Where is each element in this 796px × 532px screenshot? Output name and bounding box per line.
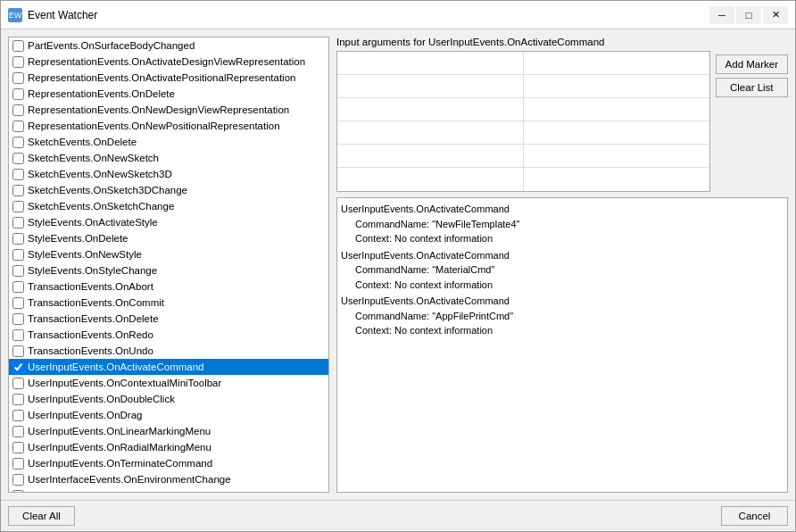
args-section: Input arguments for UserInputEvents.OnAc… xyxy=(336,37,710,192)
list-item-checkbox[interactable] xyxy=(12,297,24,309)
list-item-checkbox[interactable] xyxy=(12,137,24,148)
list-item[interactable]: StyleEvents.OnStyleChange xyxy=(9,262,328,278)
event-list-box[interactable]: PartEvents.OnSurfaceBodyChangedRepresent… xyxy=(9,37,328,492)
list-item[interactable]: StyleEvents.OnNewStyle xyxy=(9,246,328,262)
list-item-checkbox[interactable] xyxy=(12,410,24,421)
list-item[interactable]: UserInterfaceEvents.OnResetEnvironments xyxy=(9,487,328,492)
args-row xyxy=(337,168,709,191)
args-row xyxy=(337,52,709,75)
list-item-checkbox[interactable] xyxy=(12,88,24,100)
list-item[interactable]: UserInputEvents.OnRadialMarkingMenu xyxy=(9,439,328,455)
log-entry-sub: CommandName: "AppFilePrintCmd" xyxy=(341,309,784,324)
list-item-checkbox[interactable] xyxy=(12,378,24,389)
title-bar-left: EW Event Watcher xyxy=(8,8,97,22)
main-window: EW Event Watcher ─ □ ✕ PartEvents.OnSurf… xyxy=(0,0,796,532)
list-item[interactable]: RepresentationEvents.OnNewPositionalRepr… xyxy=(9,118,328,134)
args-row xyxy=(337,75,709,98)
list-item-checkbox[interactable] xyxy=(12,265,24,277)
event-list-panel: PartEvents.OnSurfaceBodyChangedRepresent… xyxy=(8,37,329,493)
list-item-checkbox[interactable] xyxy=(12,329,24,341)
log-entry: UserInputEvents.OnActivateCommand Comman… xyxy=(341,202,784,246)
list-item[interactable]: RepresentationEvents.OnDelete xyxy=(9,86,328,102)
list-item-checkbox[interactable] xyxy=(12,72,24,84)
list-item-checkbox[interactable] xyxy=(12,185,24,196)
list-item[interactable]: PartEvents.OnSurfaceBodyChanged xyxy=(9,37,328,54)
list-item[interactable]: UserInputEvents.OnDrag xyxy=(9,407,328,423)
list-item[interactable]: SketchEvents.OnDelete xyxy=(9,134,328,150)
list-item[interactable]: UserInputEvents.OnLinearMarkingMenu xyxy=(9,423,328,439)
list-item-label: RepresentationEvents.OnNewDesignViewRepr… xyxy=(28,104,289,115)
list-item-checkbox[interactable] xyxy=(12,490,24,493)
bottom-bar: Clear All Cancel xyxy=(1,500,795,531)
close-button[interactable]: ✕ xyxy=(763,6,788,24)
list-item-checkbox[interactable] xyxy=(12,313,24,325)
list-item[interactable]: UserInputEvents.OnTerminateCommand xyxy=(9,455,328,471)
list-item[interactable]: RepresentationEvents.OnActivateDesignVie… xyxy=(9,54,328,70)
list-item-checkbox[interactable] xyxy=(12,169,24,180)
list-item-checkbox[interactable] xyxy=(12,442,24,453)
list-item-checkbox[interactable] xyxy=(12,281,24,293)
list-item-label: RepresentationEvents.OnActivatePositiona… xyxy=(28,72,295,83)
log-entry-sub: CommandName: "NewFileTemplate4" xyxy=(341,217,784,232)
log-entry-sub: Context: No context information xyxy=(341,278,784,293)
list-item[interactable]: TransactionEvents.OnCommit xyxy=(9,295,328,311)
add-marker-button[interactable]: Add Marker xyxy=(716,54,788,74)
list-item[interactable]: RepresentationEvents.OnNewDesignViewRepr… xyxy=(9,102,328,118)
list-item-label: StyleEvents.OnStyleChange xyxy=(28,265,157,276)
list-item[interactable]: TransactionEvents.OnAbort xyxy=(9,278,328,295)
list-item-checkbox[interactable] xyxy=(12,104,24,116)
list-item[interactable]: UserInputEvents.OnActivateCommand xyxy=(9,359,328,375)
list-item[interactable]: UserInputEvents.OnDoubleClick xyxy=(9,391,328,407)
list-item[interactable]: SketchEvents.OnSketch3DChange xyxy=(9,182,328,198)
list-item-checkbox[interactable] xyxy=(12,201,24,212)
list-item-checkbox[interactable] xyxy=(12,426,24,437)
list-item[interactable]: StyleEvents.OnActivateStyle xyxy=(9,214,328,230)
list-item[interactable]: UserInputEvents.OnContextualMiniToolbar xyxy=(9,375,328,391)
list-item[interactable]: RepresentationEvents.OnActivatePositiona… xyxy=(9,70,328,86)
clear-list-button[interactable]: Clear List xyxy=(716,78,788,97)
args-cell xyxy=(337,168,524,191)
log-entry-sub: Context: No context information xyxy=(341,323,784,338)
list-item[interactable]: SketchEvents.OnNewSketch3D xyxy=(9,166,328,182)
list-item-checkbox[interactable] xyxy=(12,474,24,486)
button-group: Add Marker Clear List xyxy=(716,37,788,192)
list-item-checkbox[interactable] xyxy=(12,40,24,52)
list-item-label: UserInterfaceEvents.OnEnvironmentChange xyxy=(28,474,231,485)
list-item[interactable]: SketchEvents.OnNewSketch xyxy=(9,150,328,166)
list-item-checkbox[interactable] xyxy=(12,458,24,470)
list-item-checkbox[interactable] xyxy=(12,217,24,229)
list-item-label: SketchEvents.OnNewSketch xyxy=(28,153,159,163)
args-cell xyxy=(524,75,709,97)
list-item-label: StyleEvents.OnDelete xyxy=(28,233,129,244)
list-item[interactable]: StyleEvents.OnDelete xyxy=(9,230,328,246)
args-cell xyxy=(524,168,709,191)
list-item-checkbox[interactable] xyxy=(12,56,24,68)
list-item[interactable]: UserInterfaceEvents.OnEnvironmentChange xyxy=(9,471,328,487)
args-cell xyxy=(337,52,524,74)
list-item-checkbox[interactable] xyxy=(12,233,24,245)
list-item-checkbox[interactable] xyxy=(12,121,24,132)
list-item-label: TransactionEvents.OnRedo xyxy=(28,329,153,340)
list-item[interactable]: TransactionEvents.OnDelete xyxy=(9,311,328,327)
args-cell xyxy=(524,98,709,121)
list-item-label: UserInputEvents.OnDoubleClick xyxy=(28,394,175,404)
list-item-checkbox[interactable] xyxy=(12,362,24,373)
list-item-label: SketchEvents.OnSketch3DChange xyxy=(28,185,187,195)
log-entry-sub: Context: No context information xyxy=(341,231,784,246)
args-cell xyxy=(337,145,524,167)
list-item-label: UserInputEvents.OnTerminateCommand xyxy=(28,458,212,469)
list-item[interactable]: TransactionEvents.OnUndo xyxy=(9,343,328,359)
content-area: PartEvents.OnSurfaceBodyChangedRepresent… xyxy=(1,29,795,500)
list-item[interactable]: SketchEvents.OnSketchChange xyxy=(9,198,328,214)
clear-all-button[interactable]: Clear All xyxy=(8,506,75,526)
list-item-checkbox[interactable] xyxy=(12,394,24,405)
maximize-button[interactable]: □ xyxy=(736,6,761,24)
list-item-checkbox[interactable] xyxy=(12,249,24,261)
list-item-checkbox[interactable] xyxy=(12,153,24,164)
log-entry-title: UserInputEvents.OnActivateCommand xyxy=(341,248,784,263)
minimize-button[interactable]: ─ xyxy=(709,6,734,24)
list-item-label: UserInputEvents.OnDrag xyxy=(28,410,142,420)
list-item[interactable]: TransactionEvents.OnRedo xyxy=(9,327,328,343)
list-item-checkbox[interactable] xyxy=(12,345,24,357)
cancel-button[interactable]: Cancel xyxy=(721,506,788,526)
